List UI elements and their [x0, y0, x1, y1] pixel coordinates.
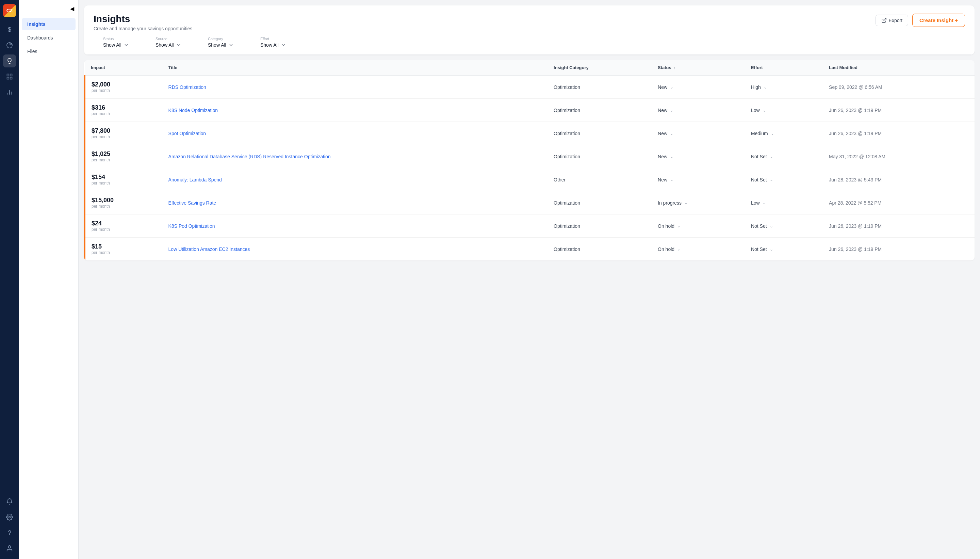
effort-chevron-icon — [281, 43, 285, 47]
sidebar-item-dashboards[interactable]: Dashboards — [22, 31, 76, 44]
status-chevron-icon[interactable]: ⌄ — [677, 247, 681, 251]
bell-icon[interactable] — [3, 495, 16, 508]
status-chevron-icon[interactable]: ⌄ — [670, 177, 673, 182]
svg-rect-3 — [7, 77, 9, 79]
impact-amount: $316 — [92, 104, 156, 111]
question-icon[interactable]: ? — [3, 526, 16, 539]
create-insight-button[interactable]: Create Insight + — [912, 13, 965, 27]
avatar-icon[interactable] — [3, 542, 16, 555]
effort-value: Low — [751, 200, 760, 206]
category-cell: Other — [548, 168, 652, 191]
category-chevron-icon — [229, 43, 233, 47]
effort-chevron-icon[interactable]: ⌄ — [762, 200, 766, 205]
effort-value: Medium — [751, 131, 768, 136]
last-modified-cell: Jun 26, 2023 @ 1:19 PM — [823, 99, 975, 122]
insight-title-link[interactable]: K8S Pod Optimization — [168, 223, 215, 229]
status-value: New — [658, 154, 667, 159]
list-icon[interactable] — [3, 70, 16, 83]
status-chevron-icon[interactable]: ⌄ — [670, 85, 673, 89]
lightbulb-icon[interactable] — [3, 55, 16, 68]
insights-table: Impact Title Insight Category Status ↑ E… — [84, 60, 975, 260]
category-cell: Optimization — [548, 145, 652, 168]
col-effort: Effort — [745, 60, 823, 75]
title-cell: RDS Optimization — [162, 75, 548, 99]
status-value: New — [658, 84, 667, 90]
status-chevron-icon[interactable]: ⌄ — [670, 131, 673, 136]
impact-cell: $24per month — [85, 215, 162, 238]
page-title: Insights — [94, 13, 192, 25]
last-modified-cell: Apr 28, 2022 @ 5:52 PM — [823, 191, 975, 215]
sidebar-item-insights[interactable]: Insights — [22, 18, 76, 30]
category-cell: Optimization — [548, 99, 652, 122]
effort-filter-select[interactable]: Show All — [260, 42, 305, 48]
chart-bar-icon[interactable] — [3, 86, 16, 99]
title-cell: Spot Optimization — [162, 122, 548, 145]
svg-rect-1 — [7, 74, 9, 76]
impact-period: per month — [92, 181, 156, 185]
insight-title-link[interactable]: Spot Optimization — [168, 131, 206, 136]
status-chevron-icon[interactable]: ⌄ — [670, 154, 673, 159]
insight-title-link[interactable]: Low Utilization Amazon EC2 Instances — [168, 246, 250, 252]
main-content: Insights Create and manage your savings … — [79, 0, 980, 559]
sidebar-rail: CZ $ ? — [0, 0, 19, 559]
source-filter-select[interactable]: Show All — [155, 42, 200, 48]
status-chevron-icon[interactable]: ⌄ — [670, 108, 673, 113]
category-cell: Optimization — [548, 238, 652, 261]
effort-chevron-icon[interactable]: ⌄ — [771, 131, 774, 136]
impact-period: per month — [92, 111, 156, 116]
dollar-icon[interactable]: $ — [3, 23, 16, 36]
status-cell: New⌄ — [652, 168, 745, 191]
status-value: New — [658, 131, 667, 136]
export-button[interactable]: Export — [876, 15, 908, 26]
effort-chevron-icon[interactable]: ⌄ — [762, 108, 766, 113]
table-header-row: Impact Title Insight Category Status ↑ E… — [85, 60, 975, 75]
impact-amount: $2,000 — [92, 81, 156, 88]
title-cell: K8S Node Optimization — [162, 99, 548, 122]
nav-collapse-button[interactable]: ◀ — [19, 5, 78, 17]
status-cell: In progress⌄ — [652, 191, 745, 215]
sidebar-item-files[interactable]: Files — [22, 45, 76, 58]
table-row: $24per monthK8S Pod OptimizationOptimiza… — [85, 215, 975, 238]
status-cell: New⌄ — [652, 75, 745, 99]
effort-cell: Not Set⌄ — [745, 145, 823, 168]
col-status[interactable]: Status ↑ — [652, 60, 745, 75]
impact-amount: $15,000 — [92, 197, 156, 204]
impact-amount: $1,025 — [92, 150, 156, 158]
impact-period: per month — [92, 250, 156, 255]
col-last-modified: Last Modified — [823, 60, 975, 75]
table-body: $2,000per monthRDS OptimizationOptimizat… — [85, 75, 975, 260]
chart-pie-icon[interactable] — [3, 39, 16, 52]
header-actions: Export Create Insight + — [876, 13, 965, 27]
effort-chevron-icon[interactable]: ⌄ — [770, 154, 773, 159]
effort-value: Not Set — [751, 177, 767, 182]
status-filter-select[interactable]: Show All — [103, 42, 147, 48]
effort-chevron-icon[interactable]: ⌄ — [770, 247, 773, 251]
app-logo[interactable]: CZ — [3, 4, 16, 17]
effort-chevron-icon[interactable]: ⌄ — [770, 224, 773, 228]
status-cell: New⌄ — [652, 99, 745, 122]
table-row: $1,025per monthAmazon Relational Databas… — [85, 145, 975, 168]
insight-title-link[interactable]: RDS Optimization — [168, 84, 206, 90]
gear-icon[interactable] — [3, 511, 16, 524]
impact-cell: $154per month — [85, 168, 162, 191]
category-filter-select[interactable]: Show All — [208, 42, 252, 48]
impact-amount: $7,800 — [92, 127, 156, 134]
status-chevron-icon[interactable]: ⌄ — [677, 224, 681, 228]
col-title: Title — [162, 60, 548, 75]
effort-chevron-icon[interactable]: ⌄ — [764, 85, 767, 89]
left-nav: ◀ Insights Dashboards Files — [19, 0, 79, 559]
impact-cell: $15per month — [85, 238, 162, 261]
title-cell: Effective Savings Rate — [162, 191, 548, 215]
insight-title-link[interactable]: Effective Savings Rate — [168, 200, 216, 206]
status-chevron-icon[interactable]: ⌄ — [684, 200, 688, 205]
table-row: $15per monthLow Utilization Amazon EC2 I… — [85, 238, 975, 261]
table-row: $2,000per monthRDS OptimizationOptimizat… — [85, 75, 975, 99]
insight-title-link[interactable]: K8S Node Optimization — [168, 108, 218, 113]
table-header: Impact Title Insight Category Status ↑ E… — [85, 60, 975, 75]
insight-title-link[interactable]: Amazon Relational Database Service (RDS)… — [168, 154, 331, 159]
insight-title-link[interactable]: Anomaly: Lambda Spend — [168, 177, 222, 182]
svg-rect-2 — [10, 74, 12, 76]
last-modified-cell: Jun 26, 2023 @ 1:19 PM — [823, 238, 975, 261]
card-header: Insights Create and manage your savings … — [84, 5, 975, 55]
effort-chevron-icon[interactable]: ⌄ — [770, 177, 773, 182]
